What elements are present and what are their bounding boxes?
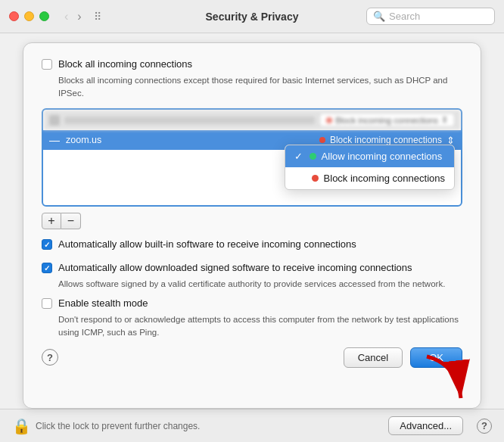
block-all-desc: Blocks all incoming connections except t… (58, 74, 462, 99)
maximize-button[interactable] (39, 11, 49, 21)
search-input[interactable] (389, 11, 488, 22)
header-dropdown-label: Block incoming connections (335, 116, 438, 125)
allow-dot-icon (310, 153, 316, 160)
option-1-label: Automatically allow downloaded signed so… (58, 262, 412, 273)
lock-text: Click the lock to prevent further change… (36, 421, 200, 431)
block-incoming-option[interactable]: Block incoming connections (285, 167, 454, 189)
zoom-dot-red (319, 137, 325, 143)
lock-icon[interactable]: 🔒 (12, 417, 31, 435)
checkmark-icon: ✓ (294, 151, 303, 162)
allow-incoming-option[interactable]: ✓ Allow incoming connections (285, 145, 454, 167)
table-header: Block incoming connections ⇕ (43, 110, 461, 130)
main-area: Block all incoming connections Blocks al… (0, 33, 504, 442)
window-controls (9, 11, 49, 21)
firewall-list: Block incoming connections ⇕ — zoom.us B… (42, 108, 462, 207)
dot-red (326, 117, 332, 123)
allow-incoming-label: Allow incoming connections (322, 151, 443, 162)
option-1-desc: Allows software signed by a valid certif… (58, 278, 462, 290)
window-title: Security & Privacy (206, 11, 299, 23)
cancel-button[interactable]: Cancel (344, 347, 403, 368)
close-button[interactable] (9, 11, 19, 21)
block-all-checkbox[interactable] (42, 59, 52, 70)
header-dropdown: Block incoming connections ⇕ (319, 113, 455, 127)
ok-button[interactable]: OK (410, 347, 462, 368)
option-0-checkbox[interactable] (42, 239, 52, 250)
block-incoming-label: Block incoming connections (324, 173, 445, 184)
zoom-entry-label: zoom.us (66, 135, 315, 145)
option-2: Enable stealth mode Don't respond to or … (42, 297, 462, 338)
option-1-checkbox[interactable] (42, 263, 52, 273)
add-button[interactable]: + (42, 213, 61, 229)
block-all-row: Block all incoming connections (42, 58, 462, 70)
minimize-button[interactable] (24, 11, 34, 21)
lock-wrap: 🔒 Click the lock to prevent further chan… (12, 417, 200, 435)
bottom-options: Automatically allow built-in software to… (42, 238, 462, 338)
search-icon: 🔍 (373, 11, 385, 22)
block-dot-icon (312, 175, 319, 182)
block-all-label: Block all incoming connections (58, 58, 192, 70)
header-dropdown-arrow: ⇕ (441, 115, 448, 125)
table-header-icon (49, 115, 60, 126)
bottom-bar: 🔒 Click the lock to prevent further chan… (0, 409, 504, 442)
remove-button[interactable]: − (61, 213, 81, 229)
zoom-dropdown-label: Block incoming connections (330, 135, 442, 145)
nav-arrows: ‹ › (61, 9, 85, 24)
option-0: Automatically allow built-in software to… (42, 238, 462, 254)
back-button[interactable]: ‹ (61, 9, 71, 24)
forward-button[interactable]: › (74, 9, 84, 24)
title-bar: ‹ › ⠿ Security & Privacy 🔍 (0, 0, 504, 33)
search-box: 🔍 (366, 8, 495, 25)
dialog-panel: Block all incoming connections Blocks al… (23, 42, 481, 409)
connection-dropdown: ✓ Allow incoming connections Block incom… (285, 145, 455, 190)
zoom-dash-icon: — (49, 134, 60, 146)
grid-icon[interactable]: ⠿ (94, 11, 101, 23)
bottom-help-button[interactable]: ? (477, 419, 492, 434)
option-2-checkbox[interactable] (42, 298, 52, 309)
option-2-desc: Don't respond to or acknowledge attempts… (58, 313, 462, 338)
list-buttons: + − (42, 213, 462, 229)
option-0-label: Automatically allow built-in software to… (58, 238, 356, 250)
table-header-text (64, 117, 315, 124)
help-button[interactable]: ? (42, 349, 58, 366)
option-1: Automatically allow downloaded signed so… (42, 262, 462, 290)
advanced-button[interactable]: Advanced... (388, 416, 463, 435)
option-2-label: Enable stealth mode (58, 297, 148, 309)
dialog-actions: ? Cancel OK (42, 347, 462, 368)
